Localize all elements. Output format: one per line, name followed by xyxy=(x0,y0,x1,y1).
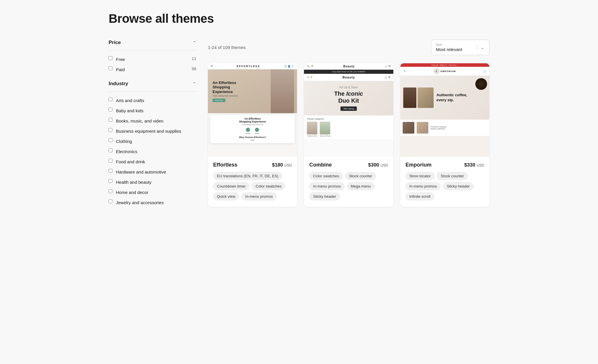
industry-books-label[interactable]: Books, music, and video xyxy=(116,118,164,124)
theme-preview-effortless: ☰ EFFORTLESS 🔍 👤 🛒 An EffortlessShopping… xyxy=(208,63,297,157)
industry-clothing-row: Clothing xyxy=(109,138,196,144)
tag-color-swatches: Color swatches xyxy=(252,182,285,190)
industry-arts-crafts-checkbox[interactable] xyxy=(109,97,112,101)
emporium-name: Emporium xyxy=(406,162,432,168)
industry-jewelry-label[interactable]: Jewelry and accessories xyxy=(116,200,164,206)
industry-business-label[interactable]: Business equipment and supplies xyxy=(116,128,181,134)
industry-arts-crafts-row: Arts and crafts xyxy=(109,97,196,104)
effortless-card-info: Effortless $180 USD EU translations (EN,… xyxy=(208,157,297,207)
themes-grid: ☰ EFFORTLESS 🔍 👤 🛒 An EffortlessShopping… xyxy=(208,63,489,207)
industry-business-row: Business equipment and supplies xyxy=(109,128,196,134)
emporium-tag-3: Sticky header xyxy=(443,182,474,190)
industry-hardware-checkbox[interactable] xyxy=(109,169,112,173)
industry-chevron-icon: ⌃ xyxy=(193,81,196,86)
combine-tag-2: In-menu promos xyxy=(309,182,345,190)
industry-health-row: Health and beauty xyxy=(109,179,196,185)
combine-card-info: Combine $300 USD Color swatches Stock co… xyxy=(304,157,393,207)
industry-jewelry-row: Jewelry and accessories xyxy=(109,200,196,206)
combine-tag-4: Sticky header xyxy=(309,192,340,200)
industry-books-row: Books, music, and video xyxy=(109,118,196,124)
industry-books-checkbox[interactable] xyxy=(109,118,112,122)
industry-filter-section: Industry ⌃ Arts and crafts Baby and kids xyxy=(109,81,196,206)
tag-eu-translations: EU translations (EN, FR, IT, DE, ES) xyxy=(213,172,282,180)
sort-label: Sort xyxy=(436,43,474,46)
emporium-tag-4: Infinite scroll xyxy=(406,192,434,200)
sort-value: Most relevant xyxy=(436,47,474,52)
price-paid-count: 98 xyxy=(192,66,196,71)
effortless-navbar: ☰ EFFORTLESS 🔍 👤 🛒 xyxy=(208,63,297,69)
emporium-navbar: 🔍 E EMPORIUM 🛒 xyxy=(400,67,489,76)
emporium-tag-0: Store locator xyxy=(406,172,435,180)
industry-section-title: Industry xyxy=(109,81,128,87)
price-filter-section: Price ⌃ Free 11 Paid 9 xyxy=(109,40,196,73)
price-paid-checkbox[interactable] xyxy=(109,66,112,70)
industry-home-checkbox[interactable] xyxy=(109,189,112,193)
industry-home-row: Home and decor xyxy=(109,189,196,195)
results-count: 1-24 of 109 themes xyxy=(208,45,246,50)
industry-clothing-label[interactable]: Clothing xyxy=(116,138,132,144)
combine-navbar: 🔍 🏋 Beauty 🛒 ☰ xyxy=(304,63,393,70)
theme-card-emporium[interactable]: Free trial · Tablet 1-1 · Tech Lion ··· … xyxy=(400,63,489,207)
combine-name: Combine xyxy=(309,162,332,168)
industry-food-label[interactable]: Food and drink xyxy=(116,159,145,165)
page-title: Browse all themes xyxy=(109,12,489,26)
industry-home-label[interactable]: Home and decor xyxy=(116,189,148,195)
combine-tags: Color swatches Stock counter In-menu pro… xyxy=(309,172,388,200)
emporium-card-info: Emporium $330 USD Store locator Stock co… xyxy=(400,157,489,207)
combine-tag-3: Mega menu xyxy=(347,182,375,190)
industry-arts-crafts-label[interactable]: Arts and crafts xyxy=(116,97,144,104)
combine-tag-1: Stock counter xyxy=(345,172,376,180)
content-area: 1-24 of 109 themes Sort Most relevant ⌄ xyxy=(208,40,489,207)
industry-baby-kids-checkbox[interactable] xyxy=(109,108,112,111)
tag-quick-view: Quick view xyxy=(213,192,239,200)
tag-in-menu-promos: In-menu promos xyxy=(241,192,277,200)
industry-business-checkbox[interactable] xyxy=(109,128,112,132)
industry-baby-kids-row: Baby and kids xyxy=(109,108,196,114)
theme-preview-emporium: Free trial · Tablet 1-1 · Tech Lion ··· … xyxy=(400,63,489,157)
industry-health-checkbox[interactable] xyxy=(109,179,112,183)
industry-electronics-label[interactable]: Electronics xyxy=(116,148,137,155)
price-paid-row: Paid 98 xyxy=(109,66,196,73)
emporium-tag-2: In-menu promos xyxy=(406,182,441,190)
industry-food-row: Food and drink xyxy=(109,159,196,165)
emporium-tag-1: Stock counter xyxy=(437,172,468,180)
price-section-title: Price xyxy=(109,40,121,46)
price-free-label[interactable]: Free xyxy=(116,56,125,62)
tag-countdown-timer: Countdown timer xyxy=(213,182,249,190)
industry-baby-kids-label[interactable]: Baby and kids xyxy=(116,108,143,114)
effortless-name: Effortless xyxy=(213,162,237,168)
price-filter-toggle[interactable]: Price ⌃ xyxy=(109,40,196,46)
industry-hardware-row: Hardware and automotive xyxy=(109,169,196,175)
combine-price: $300 USD xyxy=(368,162,388,168)
industry-filter-toggle[interactable]: Industry ⌃ xyxy=(109,81,196,87)
sidebar: Price ⌃ Free 11 Paid 9 xyxy=(109,40,196,214)
theme-card-effortless[interactable]: ☰ EFFORTLESS 🔍 👤 🛒 An EffortlessShopping… xyxy=(208,63,297,207)
industry-hardware-label[interactable]: Hardware and automotive xyxy=(116,169,166,175)
effortless-price: $180 USD xyxy=(272,162,292,168)
price-free-checkbox[interactable] xyxy=(109,56,112,60)
industry-jewelry-checkbox[interactable] xyxy=(109,200,112,203)
industry-food-checkbox[interactable] xyxy=(109,159,112,162)
price-paid-label[interactable]: Paid xyxy=(116,66,125,73)
sort-dropdown[interactable]: Sort Most relevant ⌄ xyxy=(431,40,489,55)
industry-divider xyxy=(109,91,196,92)
price-divider xyxy=(109,50,196,50)
industry-electronics-checkbox[interactable] xyxy=(109,148,112,152)
industry-clothing-checkbox[interactable] xyxy=(109,138,112,142)
price-chevron-icon: ⌃ xyxy=(193,40,196,45)
theme-preview-combine: 🔍 🏋 Beauty 🛒 ☰ Enjoy €290 off the C3 wit… xyxy=(304,63,393,157)
industry-electronics-row: Electronics xyxy=(109,148,196,155)
content-header: 1-24 of 109 themes Sort Most relevant ⌄ xyxy=(208,40,489,55)
emporium-tags: Store locator Stock counter In-menu prom… xyxy=(406,172,484,200)
price-free-count: 11 xyxy=(192,56,196,61)
combine-tag-0: Color swatches xyxy=(309,172,343,180)
sort-chevron-icon: ⌄ xyxy=(477,45,484,50)
industry-health-label[interactable]: Health and beauty xyxy=(116,179,152,185)
emporium-price: $330 USD xyxy=(464,162,484,168)
price-free-row: Free 11 xyxy=(109,56,196,62)
effortless-tags: EU translations (EN, FR, IT, DE, ES) Cou… xyxy=(213,172,292,200)
theme-card-combine[interactable]: 🔍 🏋 Beauty 🛒 ☰ Enjoy €290 off the C3 wit… xyxy=(304,63,393,207)
